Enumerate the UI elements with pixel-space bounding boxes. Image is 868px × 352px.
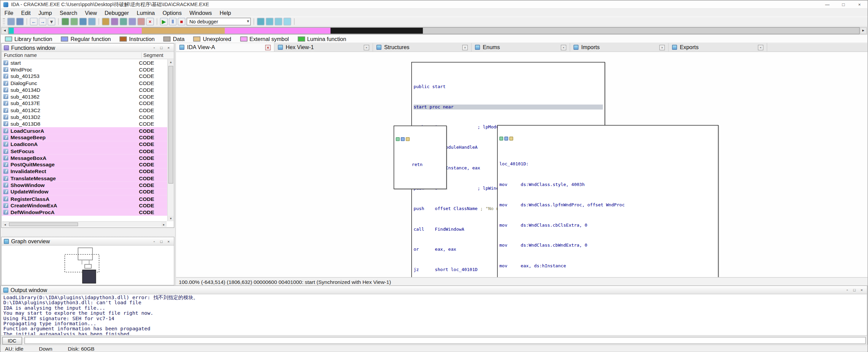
asm-line[interactable]: retn [396,162,445,167]
graph-node-retn[interactable]: retn [394,126,447,189]
debugger-windows-icon[interactable] [257,18,265,25]
column-function-name[interactable]: Function name [2,53,142,58]
menu-item-options[interactable]: Options [159,10,185,16]
menu-item-file[interactable]: File [1,10,17,16]
menu-item-jump[interactable]: Jump [35,10,56,16]
tab-ida-view-a[interactable]: IDA View-A × [176,43,275,51]
toolbar-grip[interactable] [3,18,5,25]
minimize-button[interactable]: — [819,1,835,9]
close-button[interactable]: × [165,44,172,50]
nav-right-arrow-icon[interactable]: ► [860,27,867,34]
save-database-icon[interactable] [16,18,24,25]
float-button[interactable]: □ [158,44,164,50]
graph-overview-map[interactable] [2,246,174,285]
close-button[interactable]: × [165,238,172,244]
asm-line[interactable]: mov ds:WndClass.cbClsExtra, 0 [499,223,716,228]
debugger-selector[interactable]: No debugger [186,18,251,25]
scroll-down-icon[interactable]: ▼ [168,216,174,221]
tab-close-icon[interactable]: × [758,44,763,50]
asm-line[interactable]: mov ds:WndClass.lpfnWndProc, offset WndP… [499,202,716,207]
tab-exports[interactable]: Exports × [669,43,767,51]
function-row[interactable]: f UpdateWindow CODE [2,188,167,195]
idc-input[interactable] [24,337,866,344]
function-row[interactable]: f LoadCursorA CODE [2,127,167,134]
open-names-icon[interactable] [102,18,110,25]
pause-process-icon[interactable]: ‖ [169,18,177,25]
function-row[interactable]: f sub_401253 CODE [2,73,167,80]
function-row[interactable]: f ShowWindow CODE [2,182,167,188]
restore-button[interactable]: ▫ [151,238,157,244]
menu-item-help[interactable]: Help [216,10,235,16]
float-button[interactable]: □ [851,287,857,293]
stop-process-icon[interactable]: ■ [178,18,185,25]
tab-imports[interactable]: Imports × [570,43,669,51]
menu-item-debugger[interactable]: Debugger [101,10,133,16]
function-row[interactable]: f RegisterClassA CODE [2,195,167,202]
open-xrefs-icon[interactable] [137,18,145,25]
tab-close-icon[interactable]: × [659,44,665,50]
step-over-icon[interactable] [275,18,282,25]
idc-button[interactable]: IDC [2,336,22,344]
output-window-titlebar[interactable]: Output window ▫□× [1,286,867,294]
toolbar-separator[interactable] [254,18,254,25]
nav-left-arrow-icon[interactable]: ◄ [1,27,8,34]
column-segment[interactable]: Segment [142,53,174,58]
function-row[interactable]: f MessageBoxA CODE [2,154,167,161]
function-row[interactable]: f WndProc CODE [2,66,167,73]
float-button[interactable]: □ [158,238,164,244]
function-row[interactable]: f TranslateMessage CODE [2,175,167,182]
nav-band-segment[interactable] [9,27,14,34]
menu-item-windows[interactable]: Windows [185,10,216,16]
maximize-button[interactable]: □ [835,1,851,9]
tab-enums[interactable]: Enums × [472,43,570,51]
tab-close-icon[interactable]: × [462,44,468,50]
menu-item-lumina[interactable]: Lumina [133,10,159,16]
function-row[interactable]: f DefWindowProcA CODE [2,209,167,215]
functions-vertical-scrollbar[interactable]: ▲ ▼ [167,59,174,221]
asm-line[interactable]: loc_40101D: [499,162,716,167]
function-row[interactable]: f sub_40134D CODE [2,86,167,93]
asm-line[interactable]: mov eax, ds:hInstance [499,264,716,269]
tab-structures[interactable]: Structures × [373,43,472,51]
toolbar-separator[interactable] [157,18,157,25]
functions-window-titlebar[interactable]: Functions window ▫□× [2,44,174,52]
tab-close-icon[interactable]: × [561,44,566,50]
tab-hex-view-1[interactable]: Hex View-1 × [275,43,373,51]
cancel-analysis-icon[interactable]: × [146,18,154,25]
menu-item-view[interactable]: View [81,10,101,16]
search-text-icon[interactable] [61,18,69,25]
function-row[interactable]: f start CODE [2,59,167,66]
run-until-return-icon[interactable] [283,18,291,25]
open-functions-icon[interactable] [111,18,119,25]
toolbar-separator[interactable] [99,18,99,25]
tab-close-icon[interactable]: × [364,44,369,50]
scroll-thumb[interactable] [9,222,78,226]
output-log[interactable]: LoadLibrary(D:\IDA\plugins\idapython3.dl… [1,294,867,335]
nav-band-segment[interactable] [423,27,859,34]
function-row[interactable]: f SetFocus CODE [2,148,167,154]
close-button[interactable]: × [851,1,867,9]
nav-band-segment[interactable] [141,27,225,34]
asm-line[interactable]: public start [414,84,603,89]
scroll-track[interactable] [8,222,161,227]
graph-overview-titlebar[interactable]: Graph overview ▫□× [2,237,174,245]
scroll-track[interactable] [168,65,174,216]
function-row[interactable]: f InvalidateRect CODE [2,168,167,175]
jump-history-dropdown-icon[interactable]: ▾ [47,18,55,25]
functions-horizontal-scrollbar[interactable]: ◄ ► [2,221,167,227]
function-row[interactable]: f sub_401362 CODE [2,93,167,100]
close-button[interactable]: × [859,287,865,293]
nav-band-segment[interactable] [330,27,423,34]
search-bytes-icon[interactable] [79,18,87,25]
search-again-text-icon[interactable] [70,18,78,25]
open-segments-icon[interactable] [129,18,136,25]
function-row[interactable]: f sub_4013D8 CODE [2,120,167,127]
function-row[interactable]: f LoadIconA CODE [2,141,167,148]
function-row[interactable]: f sub_4013C2 CODE [2,107,167,113]
scroll-right-icon[interactable]: ► [161,222,166,227]
function-row[interactable]: f PostQuitMessage CODE [2,161,167,168]
nav-band-segment[interactable] [225,27,330,34]
asm-line[interactable]: mov ds:WndClass.style, 4003h [499,182,716,187]
scroll-left-icon[interactable]: ◄ [2,222,8,227]
toolbar-separator[interactable] [58,18,59,25]
